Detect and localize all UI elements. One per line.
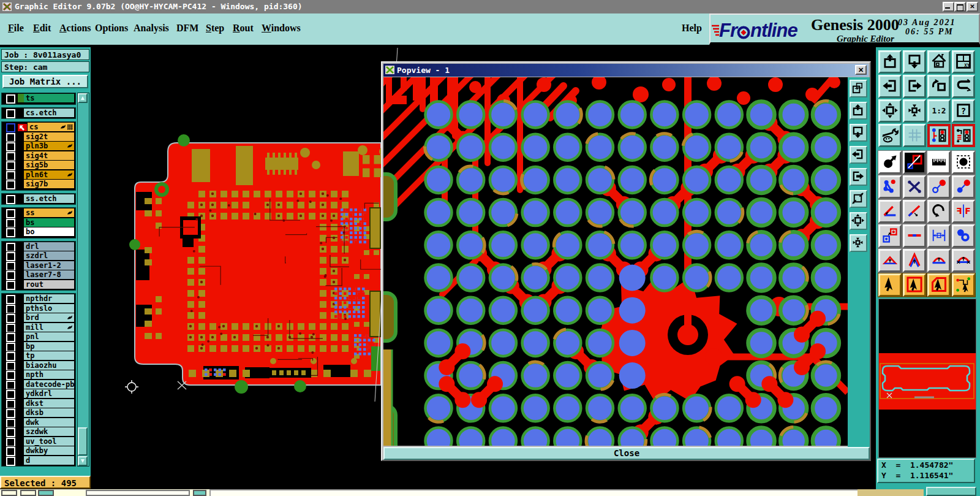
- tool-ruler-button[interactable]: [927, 151, 951, 174]
- layer-row-cs[interactable]: cs: [3, 123, 74, 131]
- tool-net-nodes-button[interactable]: [878, 175, 902, 199]
- layer-swatch-ss[interactable]: [18, 208, 24, 217]
- popview-tool-paste-up-button[interactable]: [850, 102, 867, 120]
- layer-row-sig5b[interactable]: sig5b: [3, 161, 74, 169]
- layer-label-pln3b[interactable]: pln3b: [24, 142, 74, 150]
- layer-row-sig7b[interactable]: sig7b: [3, 180, 74, 188]
- layer-row-pln3b[interactable]: pln3b: [3, 142, 74, 150]
- menu-dfm[interactable]: DFM: [176, 23, 198, 34]
- layer-label-dkst[interactable]: dkst: [24, 399, 74, 408]
- layer-row-dksb[interactable]: dksb: [3, 408, 74, 417]
- layer-label-dwkby[interactable]: dwkby: [24, 446, 74, 455]
- tool-tile-xy-button[interactable]: XY: [952, 50, 975, 74]
- layer-label-dksb[interactable]: dksb: [24, 408, 74, 417]
- layer-checkbox-uv_tool[interactable]: [3, 437, 18, 446]
- tool-pan-left-button[interactable]: [878, 75, 902, 98]
- popview-tool-expand-out-button[interactable]: [850, 212, 867, 230]
- layer-row-bo[interactable]: bo: [3, 227, 74, 236]
- layer-row-cs.etch[interactable]: cs.etch: [3, 109, 74, 117]
- layer-swatch-pln6t[interactable]: [18, 170, 24, 179]
- layer-swatch-bs[interactable]: [18, 218, 24, 227]
- scrollbar-thumb[interactable]: [78, 427, 88, 456]
- layer-row-pln6t[interactable]: pln6t: [3, 170, 74, 179]
- layer-checkbox-bp[interactable]: [3, 342, 18, 351]
- layer-label-npthdr[interactable]: npthdr: [24, 294, 74, 303]
- layer-row-d[interactable]: d: [3, 456, 74, 465]
- tool-cursor-box-button[interactable]: [903, 273, 926, 297]
- tool-angle-button[interactable]: [878, 200, 902, 223]
- layer-label-mill[interactable]: mill: [24, 323, 74, 332]
- layer-row-uv_tool[interactable]: uv_tool: [3, 437, 74, 446]
- tool-ratio-12-button[interactable]: 1:2: [927, 99, 951, 123]
- layer-row-ydkdrl[interactable]: ydkdrl: [3, 389, 74, 398]
- tool-cursor-button[interactable]: [878, 273, 902, 297]
- tool-s-shape-button[interactable]: [952, 75, 975, 98]
- layer-row-sig4t[interactable]: sig4t: [3, 151, 74, 160]
- layer-row-pnl[interactable]: pnl: [3, 332, 74, 341]
- tool-tri-2-button[interactable]: [903, 249, 926, 272]
- layer-checkbox-szdwk[interactable]: [3, 427, 18, 436]
- tool-undo-box-button[interactable]: [927, 75, 951, 98]
- layer-checkbox-pthslo[interactable]: [3, 304, 18, 313]
- tool-select-pad-button[interactable]: [952, 151, 975, 174]
- tool-tri-3-button[interactable]: [927, 249, 951, 272]
- tool-slope-button[interactable]: [903, 200, 926, 223]
- layer-label-bs[interactable]: bs: [24, 218, 74, 227]
- layer-row-bs[interactable]: bs: [3, 218, 74, 227]
- tool-stack-a-button[interactable]: [927, 124, 951, 147]
- layer-checkbox-laser1-2[interactable]: [3, 261, 18, 270]
- layer-checkbox-szdrl[interactable]: [3, 251, 18, 260]
- tool-grid9-button[interactable]: [903, 124, 926, 147]
- tool-stack-b-button[interactable]: [952, 124, 975, 147]
- layer-swatch-brd[interactable]: [18, 313, 24, 322]
- layer-swatch-tp[interactable]: [18, 351, 24, 360]
- layer-checkbox-dwkby[interactable]: [3, 446, 18, 455]
- close-button[interactable]: ✕: [967, 2, 978, 12]
- layer-checkbox-rout[interactable]: [3, 280, 18, 289]
- tool-cursor-poly-button[interactable]: [927, 273, 951, 297]
- layer-checkbox-mill[interactable]: [3, 323, 18, 332]
- layer-swatch-pthslo[interactable]: [18, 304, 24, 313]
- layer-swatch-szdwk[interactable]: [18, 427, 24, 436]
- layer-row-npthdr[interactable]: npthdr: [3, 294, 74, 303]
- layer-checkbox-dkst[interactable]: [3, 399, 18, 408]
- menu-analysis[interactable]: Analysis: [134, 23, 169, 34]
- layer-swatch-datecode-pb[interactable]: [18, 380, 24, 389]
- layer-row-laser7-8[interactable]: laser7-8: [3, 270, 74, 279]
- layer-swatch-d[interactable]: [18, 456, 24, 465]
- layer-checkbox-dksb[interactable]: [3, 408, 18, 417]
- layer-label-sig5b[interactable]: sig5b: [24, 161, 74, 169]
- tool-swap-squares-button[interactable]: [878, 224, 902, 248]
- layer-swatch-dwkby[interactable]: [18, 446, 24, 455]
- layer-label-npth[interactable]: npth: [24, 370, 74, 379]
- tool-dash-red-button[interactable]: [903, 224, 926, 248]
- layer-label-sig7b[interactable]: sig7b: [24, 180, 74, 188]
- layer-swatch-laser7-8[interactable]: [18, 270, 24, 279]
- layer-swatch-npth[interactable]: [18, 370, 24, 379]
- layer-checkbox-d[interactable]: [3, 456, 18, 465]
- popview-tool-win-down-button[interactable]: [850, 124, 867, 142]
- layer-checkbox-npthdr[interactable]: [3, 294, 18, 303]
- layer-row-mill[interactable]: mill: [3, 323, 74, 332]
- layer-label-sig2t[interactable]: sig2t: [24, 132, 74, 141]
- layer-checkbox-ss[interactable]: [3, 208, 18, 217]
- tool-pan-right-button[interactable]: [903, 75, 926, 98]
- layer-label-laser1-2[interactable]: laser1-2: [24, 261, 74, 270]
- layer-swatch-rout[interactable]: [18, 280, 24, 289]
- layer-label-rout[interactable]: rout: [24, 280, 74, 289]
- maximize-button[interactable]: [954, 2, 966, 12]
- layer-checkbox-sig5b[interactable]: [3, 161, 18, 169]
- layer-checkbox-bs[interactable]: [3, 218, 18, 227]
- layer-label-sig4t[interactable]: sig4t: [24, 151, 74, 160]
- layer-swatch-laser1-2[interactable]: [18, 261, 24, 270]
- layer-row-laser1-2[interactable]: laser1-2: [3, 261, 74, 270]
- layer-checkbox-cs.etch[interactable]: [3, 109, 18, 117]
- tool-help-q-button[interactable]: ?: [952, 99, 975, 123]
- layer-row-biaozhu[interactable]: biaozhu: [3, 361, 74, 370]
- layer-checkbox-ts[interactable]: [3, 94, 18, 102]
- layer-swatch-uv_tool[interactable]: [18, 437, 24, 446]
- layer-checkbox-pln3b[interactable]: [3, 142, 18, 150]
- layer-swatch-cs[interactable]: [18, 123, 28, 131]
- layer-checkbox-sig7b[interactable]: [3, 180, 18, 188]
- layer-swatch-pln3b[interactable]: [18, 142, 24, 150]
